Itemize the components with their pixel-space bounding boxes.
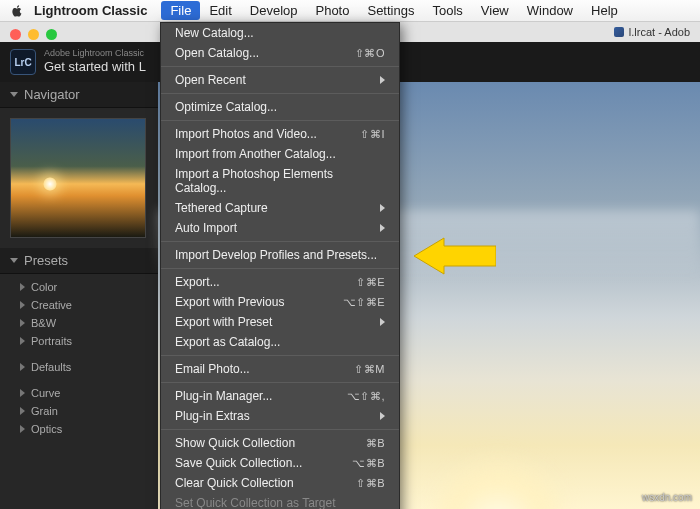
preset-group-grain[interactable]: Grain <box>0 402 158 420</box>
header-subtitle: Adobe Lightroom Classic <box>44 49 146 59</box>
menubar-item-help[interactable]: Help <box>582 1 627 20</box>
navigator-panel-header[interactable]: Navigator <box>0 82 158 108</box>
catalog-icon <box>614 27 624 37</box>
menu-separator <box>161 429 399 430</box>
preset-group-color[interactable]: Color <box>0 278 158 296</box>
callout-arrow <box>414 236 496 276</box>
menu-item-optimize-catalog[interactable]: Optimize Catalog... <box>161 97 399 117</box>
chevron-right-icon <box>20 407 25 415</box>
preset-group-optics[interactable]: Optics <box>0 420 158 438</box>
lrc-app-icon: LrC <box>10 49 36 75</box>
navigator-thumbnail[interactable] <box>10 118 146 238</box>
chevron-right-icon <box>20 301 25 309</box>
menu-item-shortcut: ⇧⌘I <box>360 128 385 141</box>
header-title: Get started with L <box>44 59 146 74</box>
menu-item-label: Open Catalog... <box>175 46 259 60</box>
navigator-label: Navigator <box>24 87 80 102</box>
menu-item-tethered-capture[interactable]: Tethered Capture <box>161 198 399 218</box>
menu-item-label: Plug-in Extras <box>175 409 250 423</box>
svg-marker-0 <box>414 238 496 274</box>
menu-item-plug-in-extras[interactable]: Plug-in Extras <box>161 406 399 426</box>
menu-item-shortcut: ⌥⇧⌘, <box>347 390 385 403</box>
menubar-item-window[interactable]: Window <box>518 1 582 20</box>
menu-item-plug-in-manager[interactable]: Plug-in Manager...⌥⇧⌘, <box>161 386 399 406</box>
menu-item-shortcut: ⇧⌘M <box>354 363 385 376</box>
preset-group-portraits[interactable]: Portraits <box>0 332 158 350</box>
menu-item-label: Import Develop Profiles and Presets... <box>175 248 377 262</box>
menu-item-shortcut: ⌥⌘B <box>352 457 385 470</box>
menu-item-label: Import a Photoshop Elements Catalog... <box>175 167 385 195</box>
menu-item-import-photos-and-video[interactable]: Import Photos and Video...⇧⌘I <box>161 124 399 144</box>
menu-item-label: Show Quick Collection <box>175 436 295 450</box>
preset-group-label: Curve <box>31 387 60 399</box>
maximize-window-button[interactable] <box>46 29 57 40</box>
preset-group-label: Creative <box>31 299 72 311</box>
minimize-window-button[interactable] <box>28 29 39 40</box>
menu-item-export[interactable]: Export...⇧⌘E <box>161 272 399 292</box>
chevron-right-icon <box>20 425 25 433</box>
chevron-right-icon <box>20 389 25 397</box>
preset-group-defaults[interactable]: Defaults <box>0 358 158 376</box>
menu-item-label: Email Photo... <box>175 362 250 376</box>
menubar-item-settings[interactable]: Settings <box>358 1 423 20</box>
document-title: l.lrcat - Adob <box>629 26 690 38</box>
preset-group-label: Portraits <box>31 335 72 347</box>
menu-item-show-quick-collection[interactable]: Show Quick Collection⌘B <box>161 433 399 453</box>
chevron-right-icon <box>380 76 385 84</box>
preset-group-label: Color <box>31 281 57 293</box>
menu-item-save-quick-collection[interactable]: Save Quick Collection...⌥⌘B <box>161 453 399 473</box>
menu-item-export-with-previous[interactable]: Export with Previous⌥⇧⌘E <box>161 292 399 312</box>
preset-group-label: Defaults <box>31 361 71 373</box>
menu-separator <box>161 268 399 269</box>
menu-item-clear-quick-collection[interactable]: Clear Quick Collection⇧⌘B <box>161 473 399 493</box>
menu-item-new-catalog[interactable]: New Catalog... <box>161 23 399 43</box>
preset-group-label: Grain <box>31 405 58 417</box>
menubar-item-edit[interactable]: Edit <box>200 1 240 20</box>
menu-item-import-from-another-catalog[interactable]: Import from Another Catalog... <box>161 144 399 164</box>
menubar-item-view[interactable]: View <box>472 1 518 20</box>
watermark: wsxdn.com <box>642 492 692 503</box>
chevron-right-icon <box>20 283 25 291</box>
chevron-right-icon <box>380 224 385 232</box>
chevron-down-icon <box>10 258 18 263</box>
menu-item-auto-import[interactable]: Auto Import <box>161 218 399 238</box>
menu-item-open-recent[interactable]: Open Recent <box>161 70 399 90</box>
menu-item-label: Export as Catalog... <box>175 335 280 349</box>
menu-item-label: Plug-in Manager... <box>175 389 272 403</box>
menu-item-shortcut: ⇧⌘B <box>356 477 385 490</box>
menu-separator <box>161 241 399 242</box>
file-menu-dropdown: New Catalog...Open Catalog...⇧⌘OOpen Rec… <box>160 22 400 509</box>
menu-item-label: Clear Quick Collection <box>175 476 294 490</box>
menubar-item-tools[interactable]: Tools <box>423 1 471 20</box>
menu-item-shortcut: ⇧⌘O <box>355 47 385 60</box>
preset-group-bw[interactable]: B&W <box>0 314 158 332</box>
menubar-app-name: Lightroom Classic <box>34 3 147 18</box>
menu-item-import-a-photoshop-elements-catalog[interactable]: Import a Photoshop Elements Catalog... <box>161 164 399 198</box>
menu-item-label: Export with Previous <box>175 295 284 309</box>
preset-group-curve[interactable]: Curve <box>0 384 158 402</box>
menu-item-label: Import Photos and Video... <box>175 127 317 141</box>
menu-item-label: Export with Preset <box>175 315 272 329</box>
presets-panel-header[interactable]: Presets <box>0 248 158 274</box>
chevron-right-icon <box>20 319 25 327</box>
close-window-button[interactable] <box>10 29 21 40</box>
preset-group-label: B&W <box>31 317 56 329</box>
menu-item-export-with-preset[interactable]: Export with Preset <box>161 312 399 332</box>
menu-item-open-catalog[interactable]: Open Catalog...⇧⌘O <box>161 43 399 63</box>
menu-item-import-develop-profiles-and-presets[interactable]: Import Develop Profiles and Presets... <box>161 245 399 265</box>
menubar-item-file[interactable]: File <box>161 1 200 20</box>
menu-item-label: New Catalog... <box>175 26 254 40</box>
preset-group-creative[interactable]: Creative <box>0 296 158 314</box>
menu-item-label: Import from Another Catalog... <box>175 147 336 161</box>
menu-item-shortcut: ⌥⇧⌘E <box>343 296 385 309</box>
menu-item-export-as-catalog[interactable]: Export as Catalog... <box>161 332 399 352</box>
menu-item-email-photo[interactable]: Email Photo...⇧⌘M <box>161 359 399 379</box>
chevron-right-icon <box>20 337 25 345</box>
left-sidebar: Navigator Presets ColorCreativeB&WPortra… <box>0 82 158 509</box>
menu-separator <box>161 355 399 356</box>
menubar-item-photo[interactable]: Photo <box>306 1 358 20</box>
macos-menubar: Lightroom Classic FileEditDevelopPhotoSe… <box>0 0 700 22</box>
chevron-right-icon <box>380 204 385 212</box>
menubar-item-develop[interactable]: Develop <box>241 1 307 20</box>
menu-item-set-quick-collection-as-target: Set Quick Collection as Target <box>161 493 399 509</box>
